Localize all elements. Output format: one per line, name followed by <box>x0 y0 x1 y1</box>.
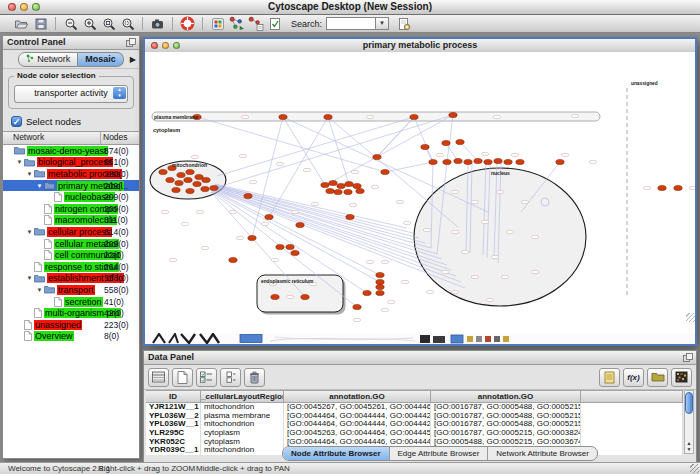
new-attribute-icon[interactable] <box>172 368 193 387</box>
inner-minimize-button[interactable] <box>162 42 169 49</box>
column-header[interactable]: annotation.GO MOLECULAR_FUNCTION <box>431 391 581 402</box>
column-header[interactable]: _cellularLayoutRegion <box>201 391 284 402</box>
float-panel-icon[interactable] <box>683 353 693 366</box>
graph-node <box>674 185 682 190</box>
tree-row[interactable]: macromolecule311(0) <box>3 215 139 227</box>
help-ring-button[interactable] <box>178 16 197 32</box>
select-nodes-checkbox[interactable]: ✓ <box>11 116 22 127</box>
table-cell: mitochondrion <box>201 420 284 429</box>
network-view-window[interactable]: primary metabolic process plasma membran… <box>143 37 697 346</box>
zoom-in-button[interactable] <box>80 16 99 32</box>
table-row[interactable]: YPL036W__2plasma membrane[GO:0044464, GO… <box>146 412 683 421</box>
search-dropdown-arrow-icon[interactable]: ▼ <box>376 17 389 30</box>
notepad-icon[interactable] <box>599 368 620 387</box>
save-session-button[interactable] <box>31 16 50 32</box>
table-vertical-scrollbar[interactable]: ▲ ▼ <box>684 390 694 454</box>
graph-edge <box>328 117 349 184</box>
tree-row[interactable]: ▼transport558(0) <box>3 284 139 296</box>
graph-edge <box>283 117 488 212</box>
nodes-column-header[interactable]: Nodes <box>100 132 139 144</box>
import-network-button[interactable] <box>227 16 246 32</box>
graph-node <box>337 183 345 188</box>
tree-row[interactable]: ▼establishment of lo558(0) <box>3 273 139 285</box>
tree-row[interactable]: ▼primary metabol209(... <box>3 180 139 192</box>
network-column-header[interactable]: Network <box>3 132 100 144</box>
graph-node <box>271 294 279 299</box>
tree-row[interactable]: cell communicat22(0) <box>3 249 139 261</box>
network-graph[interactable]: plasma membranecytoplasmmitochondrionnuc… <box>145 52 695 333</box>
expand-arrow-icon[interactable]: ▼ <box>25 171 34 177</box>
zoom-fit-button[interactable] <box>118 16 137 32</box>
node-label-chip <box>396 200 404 203</box>
import-attributes-button[interactable] <box>246 16 265 32</box>
graph-edge <box>447 115 453 162</box>
expand-arrow-icon[interactable]: ▼ <box>25 229 34 235</box>
tree-row[interactable]: nucleobase-209(0) <box>3 191 139 203</box>
open-session-button[interactable] <box>12 16 31 32</box>
column-header[interactable] <box>581 391 683 402</box>
attribute-table-icon[interactable] <box>148 368 169 387</box>
delete-attribute-icon[interactable] <box>244 368 265 387</box>
tree-row[interactable]: ▼biological_process651(0) <box>3 157 139 169</box>
window-resize-grip[interactable] <box>686 313 695 322</box>
import-attribute-file-icon[interactable] <box>647 368 668 387</box>
tree-row[interactable]: Overview8(0) <box>3 331 139 343</box>
tree-row[interactable]: nitrogen compo209(0) <box>3 203 139 215</box>
window-titlebar[interactable]: Cytoscape Desktop (New Session) <box>0 0 700 15</box>
tree-row[interactable]: ▼cellular process614(0) <box>3 226 139 238</box>
vizmapper-button[interactable] <box>208 16 227 32</box>
status-bar: Welcome to Cytoscape 2.8.1 Right-click +… <box>0 462 700 474</box>
tree-row[interactable]: ▼metabolic process280(0) <box>3 168 139 180</box>
expand-arrow-icon[interactable]: ▼ <box>35 183 44 189</box>
expand-arrow-icon[interactable]: ▼ <box>15 159 24 165</box>
node-label-chip <box>169 258 177 261</box>
search-input[interactable] <box>326 17 376 30</box>
node-color-dropdown[interactable]: transporter activity ▲▼ <box>14 85 128 103</box>
tree-row[interactable]: cellular metabol209(0) <box>3 238 139 250</box>
tab-network-attribute-browser[interactable]: Network Attribute Browser <box>487 447 596 460</box>
tab-node-attribute-browser[interactable]: Node Attribute Browser <box>283 447 389 460</box>
file-icon <box>34 308 42 318</box>
network-canvas[interactable]: plasma membranecytoplasmmitochondrionnuc… <box>145 52 695 333</box>
filter-doc-button[interactable] <box>265 16 284 32</box>
expand-arrow-icon[interactable]: ▼ <box>35 287 44 293</box>
column-header[interactable]: ID <box>146 391 201 402</box>
maximize-button[interactable] <box>32 3 40 11</box>
zoom-selected-button[interactable] <box>99 16 118 32</box>
toolbar-separator <box>202 17 203 30</box>
snapshot-camera-button[interactable] <box>148 16 167 32</box>
tab-edge-attribute-browser[interactable]: Edge Attribute Browser <box>389 447 488 460</box>
node-color-selection-group: Node color selection transporter activit… <box>8 76 134 109</box>
tree-row[interactable]: mosaic-demo-yeast874(0) <box>3 145 139 157</box>
tree-row[interactable]: unassigned223(0) <box>3 319 139 331</box>
tree-row[interactable]: response to stimul264(0) <box>3 261 139 273</box>
table-row[interactable]: YPL036W__1mitochondrion[GO:0044464, GO:0… <box>146 420 683 429</box>
folder-icon <box>34 227 45 236</box>
table-row[interactable]: YJR121W__1mitochondrion[GO:0045267, GO:0… <box>146 403 683 412</box>
close-button[interactable] <box>8 3 16 11</box>
unselect-attributes-icon[interactable] <box>220 368 241 387</box>
tree-row[interactable]: multi-organism pro42(0) <box>3 307 139 319</box>
scroll-down-arrow-icon[interactable]: ▼ <box>685 446 693 452</box>
minimize-button[interactable] <box>20 3 28 11</box>
inner-close-button[interactable] <box>151 42 158 49</box>
network-window-titlebar[interactable]: primary metabolic process <box>145 39 695 53</box>
inner-maximize-button[interactable] <box>173 42 180 49</box>
tab-overflow-arrow-icon[interactable]: ▶ <box>130 55 136 64</box>
expand-arrow-icon[interactable]: ▼ <box>25 275 34 281</box>
zoom-out-button[interactable] <box>61 16 80 32</box>
search-config-button[interactable] <box>394 16 413 32</box>
tab-mosaic[interactable]: Mosaic <box>78 52 124 67</box>
select-attributes-icon[interactable] <box>196 368 217 387</box>
toolbar-separator <box>55 17 56 30</box>
graph-node <box>184 177 192 182</box>
scrollbar-thumb[interactable] <box>685 392 693 414</box>
app-resize-grip[interactable] <box>690 464 699 473</box>
column-header[interactable]: annotation.GO CELLULAR_COMPONENT <box>284 391 431 402</box>
attribute-matrix-icon[interactable] <box>671 368 692 387</box>
attribute-browser-tabs: Node Attribute BrowserEdge Attribute Bro… <box>282 446 598 461</box>
tab-network[interactable]: Network <box>18 52 78 67</box>
function-builder-icon[interactable]: f(x) <box>623 368 644 387</box>
table-row[interactable]: YLR295Ccytoplasm[GO:0045263, GO:0044464,… <box>146 429 683 438</box>
tree-row[interactable]: secretion41(0) <box>3 296 139 308</box>
